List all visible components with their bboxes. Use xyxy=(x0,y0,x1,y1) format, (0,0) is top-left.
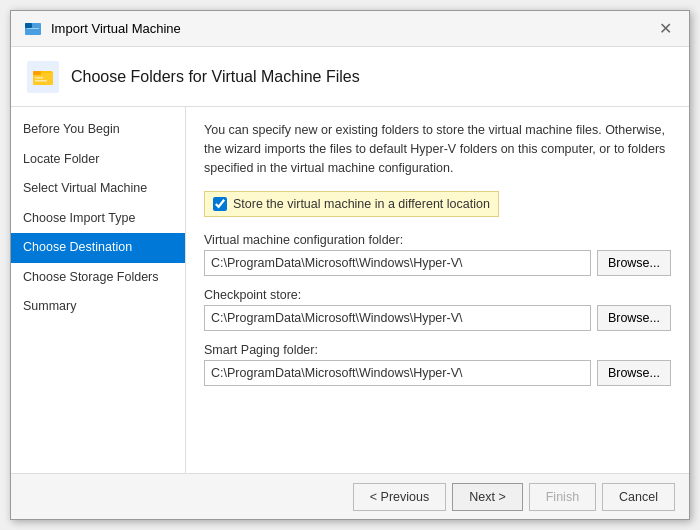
checkpoint-store-group: Checkpoint store: Browse... xyxy=(204,288,671,331)
sidebar-item-5[interactable]: Choose Storage Folders xyxy=(11,263,185,293)
title-bar-left: Import Virtual Machine xyxy=(23,19,181,39)
footer: < Previous Next > Finish Cancel xyxy=(11,473,689,519)
dialog-title: Import Virtual Machine xyxy=(51,21,181,36)
close-button[interactable]: ✕ xyxy=(653,17,677,41)
dialog-icon xyxy=(23,19,43,39)
dialog: Import Virtual Machine ✕ Choose Folders … xyxy=(10,10,690,520)
title-bar: Import Virtual Machine ✕ xyxy=(11,11,689,47)
checkpoint-store-row: Browse... xyxy=(204,305,671,331)
store-location-row[interactable]: Store the virtual machine in a different… xyxy=(204,191,499,217)
svg-rect-5 xyxy=(33,71,41,75)
svg-rect-1 xyxy=(25,23,32,28)
sidebar-item-0[interactable]: Before You Begin xyxy=(11,115,185,145)
checkpoint-store-input[interactable] xyxy=(204,305,591,331)
sidebar: Before You BeginLocate FolderSelect Virt… xyxy=(11,107,186,473)
finish-button[interactable]: Finish xyxy=(529,483,596,511)
page-header-icon xyxy=(27,61,59,93)
smart-paging-folder-input[interactable] xyxy=(204,360,591,386)
main-content: Before You BeginLocate FolderSelect Virt… xyxy=(11,107,689,473)
page-header-title: Choose Folders for Virtual Machine Files xyxy=(71,68,360,86)
content-area: You can specify new or existing folders … xyxy=(186,107,689,473)
page-header: Choose Folders for Virtual Machine Files xyxy=(11,47,689,107)
svg-rect-2 xyxy=(27,28,39,29)
sidebar-item-6[interactable]: Summary xyxy=(11,292,185,322)
next-button[interactable]: Next > xyxy=(452,483,522,511)
store-location-checkbox[interactable] xyxy=(213,197,227,211)
checkpoint-store-label: Checkpoint store: xyxy=(204,288,671,302)
previous-button[interactable]: < Previous xyxy=(353,483,446,511)
vm-config-folder-label: Virtual machine configuration folder: xyxy=(204,233,671,247)
description-text: You can specify new or existing folders … xyxy=(204,121,671,177)
store-location-label: Store the virtual machine in a different… xyxy=(233,197,490,211)
checkpoint-store-browse[interactable]: Browse... xyxy=(597,305,671,331)
smart-paging-folder-browse[interactable]: Browse... xyxy=(597,360,671,386)
smart-paging-folder-row: Browse... xyxy=(204,360,671,386)
sidebar-item-4[interactable]: Choose Destination xyxy=(11,233,185,263)
svg-rect-6 xyxy=(35,77,43,79)
sidebar-item-3[interactable]: Choose Import Type xyxy=(11,204,185,234)
vm-config-folder-group: Virtual machine configuration folder: Br… xyxy=(204,233,671,276)
smart-paging-folder-group: Smart Paging folder: Browse... xyxy=(204,343,671,386)
sidebar-item-2[interactable]: Select Virtual Machine xyxy=(11,174,185,204)
smart-paging-folder-label: Smart Paging folder: xyxy=(204,343,671,357)
cancel-button[interactable]: Cancel xyxy=(602,483,675,511)
sidebar-item-1[interactable]: Locate Folder xyxy=(11,145,185,175)
folder-icon xyxy=(31,65,55,89)
vm-config-folder-input[interactable] xyxy=(204,250,591,276)
vm-config-folder-row: Browse... xyxy=(204,250,671,276)
svg-rect-7 xyxy=(35,80,47,82)
vm-config-folder-browse[interactable]: Browse... xyxy=(597,250,671,276)
